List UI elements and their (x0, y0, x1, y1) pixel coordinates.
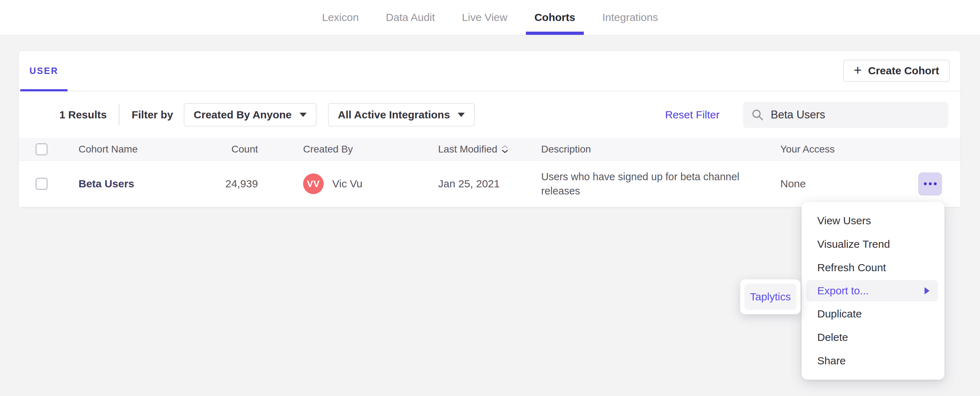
nav-tab-cohorts[interactable]: Cohorts (521, 0, 589, 35)
cell-description: Users who have signed up for beta channe… (541, 169, 780, 198)
menu-item-share[interactable]: Share (802, 349, 945, 372)
menu-item-duplicate[interactable]: Duplicate (802, 302, 945, 326)
cohorts-panel: USER + Create Cohort 1 Results Filter by… (19, 51, 961, 207)
filter-by-label: Filter by (132, 109, 173, 121)
menu-item-view-users[interactable]: View Users (802, 209, 945, 233)
row-more-actions-button[interactable] (918, 172, 942, 195)
create-cohort-button[interactable]: + Create Cohort (843, 60, 950, 82)
submenu-item-taplytics[interactable]: Taplytics (745, 284, 796, 310)
tab-user-label: USER (30, 66, 58, 76)
more-actions-icon (924, 182, 927, 185)
select-all-checkbox[interactable] (35, 143, 48, 155)
cell-access: None (780, 178, 918, 190)
create-cohort-label: Create Cohort (868, 65, 939, 77)
header-last-modified-label: Last Modified (438, 144, 498, 155)
nav-tab-data-audit[interactable]: Data Audit (372, 0, 449, 35)
cohort-name-link[interactable]: Beta Users (78, 178, 207, 190)
nav-tab-lexicon[interactable]: Lexicon (309, 0, 372, 35)
header-cell-last-modified[interactable]: Last Modified (438, 144, 541, 155)
cell-created-by: VV Vic Vu (258, 174, 438, 194)
filter-bar: 1 Results Filter by Created By Anyone Al… (19, 91, 961, 138)
cell-actions (918, 172, 961, 195)
export-submenu: Taplytics (740, 279, 800, 314)
header-cell-name[interactable]: Cohort Name (78, 144, 207, 155)
row-context-menu: View Users Visualize Trend Refresh Count… (802, 202, 945, 380)
created-by-dropdown[interactable]: Created By Anyone (184, 103, 317, 126)
search-icon (751, 109, 764, 121)
row-checkbox[interactable] (35, 178, 48, 190)
reset-filter-link[interactable]: Reset Filter (665, 109, 719, 121)
search-box[interactable] (743, 102, 948, 128)
menu-item-visualize-trend[interactable]: Visualize Trend (802, 233, 945, 256)
header-cell-description: Description (541, 144, 780, 155)
nav-tab-integrations[interactable]: Integrations (589, 0, 671, 35)
search-input[interactable] (771, 109, 940, 121)
tab-user[interactable]: USER (20, 51, 67, 91)
chevron-down-icon (458, 113, 465, 117)
nav-tab-live-view[interactable]: Live View (449, 0, 521, 35)
menu-item-delete[interactable]: Delete (802, 326, 945, 349)
panel-tab-bar: USER + Create Cohort (19, 51, 961, 91)
header-cell-select (19, 143, 78, 155)
created-by-dropdown-value: Created By Anyone (194, 109, 292, 121)
divider (119, 104, 119, 125)
integrations-dropdown[interactable]: All Active Integrations (328, 103, 475, 126)
header-cell-count[interactable]: Count (207, 144, 258, 155)
cell-last-modified: Jan 25, 2021 (438, 178, 541, 190)
chevron-down-icon (299, 113, 307, 117)
avatar: VV (303, 174, 324, 194)
top-nav: Lexicon Data Audit Live View Cohorts Int… (0, 0, 980, 35)
sort-icon (502, 145, 508, 153)
menu-item-refresh-count[interactable]: Refresh Count (802, 256, 945, 279)
results-count: 1 Results (59, 109, 107, 121)
integrations-dropdown-value: All Active Integrations (338, 109, 450, 121)
cell-select (19, 178, 78, 190)
submenu-arrow-icon (924, 287, 929, 294)
header-cell-access: Your Access (780, 144, 918, 155)
creator-name: Vic Vu (332, 178, 363, 190)
plus-icon: + (854, 63, 862, 77)
menu-item-export-to-label: Export to... (817, 285, 869, 297)
menu-item-export-to[interactable]: Export to... (806, 280, 938, 302)
table-row: Beta Users 24,939 VV Vic Vu Jan 25, 2021… (19, 160, 961, 207)
header-cell-created-by[interactable]: Created By (258, 144, 438, 155)
cell-count: 24,939 (207, 178, 258, 190)
table-header: Cohort Name Count Created By Last Modifi… (19, 138, 961, 160)
